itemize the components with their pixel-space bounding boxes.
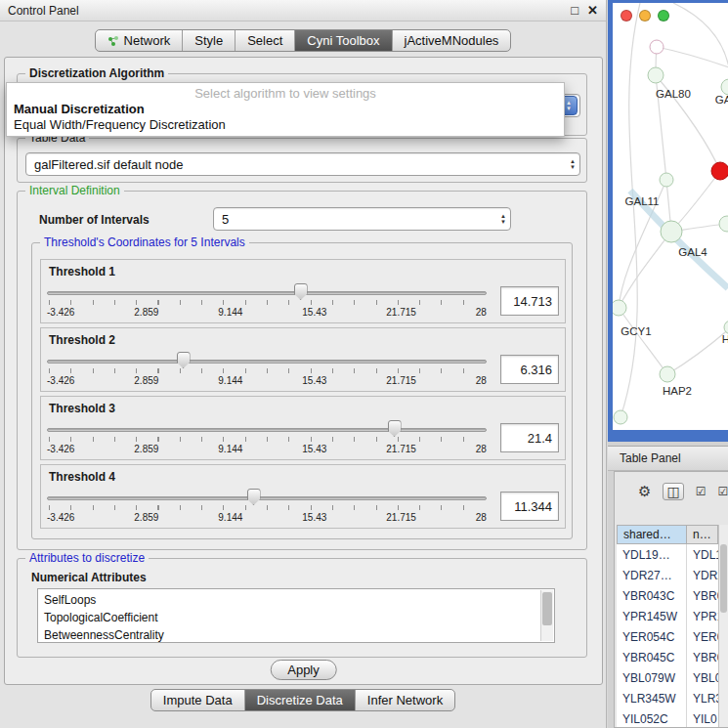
table-body: YDL19…YDL1…YDR27…YDR2…YBR043CYBR0…YPR145… — [617, 544, 718, 727]
table-scrollbar[interactable] — [718, 525, 728, 727]
float-window-icon[interactable]: □ — [571, 3, 578, 18]
network-canvas-area[interactable]: GAL80GAGAL11GAL4GCY1HAP2H — [613, 3, 728, 430]
network-node-hap2[interactable] — [660, 366, 675, 382]
network-edge[interactable] — [657, 47, 728, 67]
threshold-value-field[interactable]: 6.316 — [500, 355, 559, 384]
tab-infer-network[interactable]: Infer Network — [355, 690, 454, 710]
table-panel-titlebar[interactable]: Table Panel — [608, 446, 728, 471]
network-node[interactable] — [614, 410, 627, 424]
node-label: GCY1 — [621, 325, 651, 337]
scale-label: -3.426 — [47, 512, 74, 523]
node-label: H — [722, 333, 728, 345]
close-button[interactable] — [621, 10, 632, 21]
attributes-list[interactable]: SelfLoopsTopologicalCoefficientBetweenne… — [37, 588, 555, 643]
network-node-gal4[interactable] — [661, 221, 682, 242]
scale-label: -3.426 — [47, 307, 74, 318]
network-canvas[interactable]: GAL80GAGAL11GAL4GCY1HAP2H — [613, 3, 728, 430]
group-title: Threshold's Coordinates for 5 Intervals — [40, 236, 249, 249]
column-header-1[interactable]: n… — [687, 525, 718, 544]
attribute-item-selfloops[interactable]: SelfLoops — [38, 591, 554, 609]
network-node-gcy1[interactable] — [613, 300, 626, 316]
checkbox-icon[interactable]: ☑ — [717, 484, 728, 499]
slider-track[interactable] — [47, 428, 487, 432]
control-panel-titlebar[interactable]: Control Panel □ ✕ — [0, 0, 606, 21]
scale-label: 9.144 — [218, 375, 242, 386]
network-node[interactable] — [711, 162, 728, 180]
attributes-scrollbar[interactable] — [540, 590, 553, 641]
scrollbar-thumb[interactable] — [542, 592, 552, 625]
tab-cyni-toolbox[interactable]: Cyni Toolbox — [294, 30, 391, 51]
threshold-value-field[interactable]: 11.344 — [500, 492, 559, 521]
slider-thumb[interactable] — [247, 489, 261, 505]
interval-definition-group: Interval Definition Number of Intervals … — [17, 191, 587, 550]
threshold-panel: Threshold 1 -3.4262.8599.14415.4321.7152… — [40, 259, 566, 323]
combo-stepper-icon[interactable] — [500, 213, 506, 225]
cell-name: YER0… — [687, 626, 718, 647]
gear-icon[interactable]: ⚙ — [638, 484, 651, 499]
slider-track[interactable] — [47, 496, 487, 500]
scale-label: 21.715 — [386, 375, 416, 386]
tab-style[interactable]: Style — [182, 30, 235, 51]
network-node-ga[interactable] — [721, 79, 728, 95]
table-row[interactable]: YPR145WYPR1… — [617, 606, 718, 626]
checkbox-icon[interactable]: ☑ — [696, 484, 707, 499]
threshold-slider[interactable]: -3.4262.8599.14415.4321.71528 — [47, 418, 487, 457]
slider-track[interactable] — [47, 360, 487, 364]
attribute-item-betweennesscentrality[interactable]: BetweennessCentrality — [38, 626, 554, 643]
table-row[interactable]: YBR045CYBR0… — [617, 647, 718, 667]
tab-select[interactable]: Select — [235, 30, 294, 51]
network-node[interactable] — [650, 40, 664, 54]
network-edge[interactable] — [667, 327, 728, 374]
close-window-icon[interactable]: ✕ — [587, 3, 598, 18]
table-header: shared…n… — [617, 525, 718, 544]
table-data-combobox[interactable]: galFiltered.sif default node — [25, 152, 580, 176]
table-row[interactable]: YDR27…YDR2… — [617, 565, 718, 585]
table-row[interactable]: YLR345WYLR3… — [617, 688, 718, 708]
dropdown-item-equal-width-frequency-discretization[interactable]: Equal Width/Frequency Discretization — [7, 117, 564, 133]
minimize-button[interactable] — [639, 10, 651, 21]
apply-button[interactable]: Apply — [270, 660, 337, 680]
tab-impute-data[interactable]: Impute Data — [151, 690, 244, 710]
threshold-slider[interactable]: -3.4262.8599.14415.4321.71528 — [47, 487, 487, 526]
network-edge[interactable] — [619, 308, 667, 374]
table-row[interactable]: YIL052CYIL0… — [617, 708, 718, 727]
scrollbar-thumb[interactable] — [720, 544, 727, 613]
right-column: GAL80GAGAL11GAL4GCY1HAP2H Table Panel ⚙◫… — [608, 0, 728, 728]
network-node[interactable] — [719, 216, 728, 232]
threshold-slider[interactable]: -3.4262.8599.14415.4321.71528 — [47, 281, 487, 321]
scale-label: 21.715 — [386, 307, 416, 318]
threshold-label: Threshold 3 — [49, 402, 115, 415]
scale-label: 15.43 — [302, 375, 326, 386]
scale-label: 28 — [476, 307, 487, 318]
network-edge[interactable] — [671, 171, 720, 232]
tab-label: Network — [124, 33, 171, 48]
tab-discretize-data[interactable]: Discretize Data — [244, 690, 355, 710]
slider-thumb[interactable] — [294, 283, 308, 300]
network-edge[interactable] — [619, 232, 671, 308]
network-icon — [107, 35, 119, 47]
network-edge[interactable] — [621, 3, 640, 417]
tab-jactivemnodules[interactable]: jActiveMNodules — [392, 30, 511, 51]
network-node-gal80[interactable] — [648, 67, 664, 83]
column-header-0[interactable]: shared… — [617, 525, 687, 544]
slider-thumb[interactable] — [388, 420, 402, 437]
threshold-slider[interactable]: -3.4262.8599.14415.4321.71528 — [47, 350, 487, 389]
number-of-intervals-combobox[interactable]: 5 — [213, 207, 511, 231]
tab-network[interactable]: Network — [96, 30, 183, 51]
combo-value: galFiltered.sif default node — [34, 157, 183, 172]
threshold-value-field[interactable]: 14.713 — [500, 286, 559, 316]
table-row[interactable]: YER054CYER0… — [617, 626, 718, 647]
network-node-gal11[interactable] — [660, 173, 673, 187]
slider-track[interactable] — [47, 291, 487, 295]
dropdown-item-manual-discretization[interactable]: Manual Discretization — [7, 102, 564, 117]
slider-thumb[interactable] — [177, 352, 191, 368]
attribute-item-topologicalcoefficient[interactable]: TopologicalCoefficient — [38, 609, 554, 626]
threshold-value-field[interactable]: 21.4 — [500, 423, 559, 452]
table-row[interactable]: YBR043CYBR0… — [617, 585, 718, 606]
table-row[interactable]: YDL19…YDL1… — [617, 544, 718, 565]
table-row[interactable]: YBL079WYBL0… — [617, 667, 718, 688]
cell-shared-name: YDL19… — [617, 544, 687, 565]
combo-stepper-icon[interactable] — [570, 158, 576, 170]
zoom-button[interactable] — [658, 10, 669, 21]
columns-icon[interactable]: ◫ — [663, 483, 683, 500]
